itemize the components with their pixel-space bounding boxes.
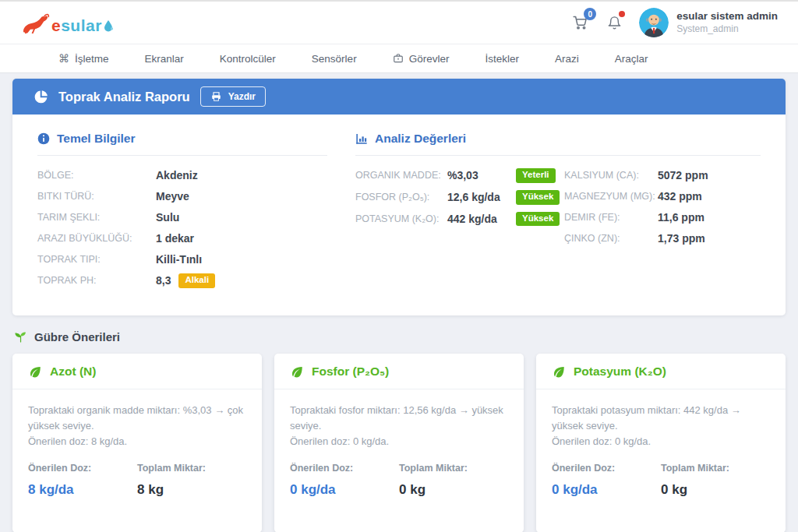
analysis-row-kalsiyum: KALSIYUM (CA): 5072 ppm (564, 168, 761, 182)
report-body: Temel Bilgiler BÖLGE: Akdeniz BITKI TÜRÜ… (12, 115, 786, 315)
nav-label: Görevler (409, 53, 450, 65)
analysis-label: ORGANIK MADDE: (355, 170, 447, 181)
nav-item-istekler[interactable]: İstekler (467, 44, 537, 72)
goat-logo-icon (20, 12, 50, 33)
page-content: Toprak Analiz Raporu Yazdır (0, 73, 798, 532)
nav-item-gorevler[interactable]: Görevler (375, 44, 468, 72)
print-button[interactable]: Yazdır (200, 86, 266, 107)
dose-label: Önerilen Doz: (28, 463, 137, 474)
brand-name-secondary: sular (61, 16, 102, 34)
total-value: 0 kg (399, 482, 508, 498)
info-row-arazi-buyuklugu: ARAZI BÜYÜKLÜĞÜ: 1 dekar (37, 231, 327, 245)
analysis-value: 432 ppm (658, 190, 702, 203)
info-value: Akdeniz (156, 169, 198, 181)
status-badge: Yüksek (516, 212, 560, 227)
dose-label: Önerilen Doz: (552, 463, 661, 474)
ph-status-badge: Alkali (178, 273, 215, 288)
dose-value: 0 kg/da (290, 482, 399, 498)
info-row-toprak-ph: TOPRAK PH: 8,3 Alkali (37, 273, 327, 288)
analysis-label: MAGNEZYUM (MG): (564, 191, 658, 202)
total-label: Toplam Miktar: (399, 463, 508, 474)
nav-item-isletme[interactable]: ⌘ İşletme (41, 44, 127, 72)
card-description-dose: Önerilen doz: 0 kg/da. (290, 434, 508, 449)
recommendations-title-row: Gübre Önerileri (14, 330, 784, 344)
analysis-value: 11,6 ppm (658, 211, 704, 224)
analysis-value: 12,6 kg/da (447, 191, 516, 203)
analysis-title: Analiz Değerleri (375, 132, 466, 146)
analysis-value: %3,03 (447, 169, 516, 181)
analysis-label: POTASYUM (K₂O): (355, 213, 447, 224)
info-label: TARIM ŞEKLI: (37, 212, 156, 223)
card-description-dose: Önerilen doz: 0 kg/da. (552, 434, 770, 449)
notification-dot (619, 11, 625, 17)
analysis-label: ÇINKO (ZN): (564, 233, 658, 244)
card-description: Topraktaki fosfor miktarı: 12,56 kg/da →… (290, 403, 508, 434)
bar-chart-icon (355, 132, 368, 145)
nav-label: Araçlar (615, 53, 648, 65)
leaf-icon (28, 365, 42, 379)
card-title: Azot (N) (50, 365, 96, 379)
info-label: TOPRAK TIPI: (37, 254, 156, 265)
recommendation-cards: Azot (N) Topraktaki organik madde miktar… (12, 354, 786, 532)
info-row-bitki-turu: BITKI TÜRÜ: Meyve (37, 189, 327, 203)
notifications-button[interactable] (605, 13, 623, 32)
card-potasyum: Potasyum (K₂O) Topraktaki potasyum mikta… (536, 354, 786, 532)
top-header: esular 0 (0, 0, 798, 44)
card-description: Topraktaki potasyum miktarı: 442 kg/da →… (552, 403, 770, 434)
card-description: Topraktaki organik madde miktarı: %3,03 … (28, 403, 246, 434)
print-button-label: Yazdır (228, 91, 256, 102)
user-menu[interactable]: esular sistem admin System_admin (639, 8, 778, 37)
bell-icon (607, 15, 622, 30)
analysis-section: Analiz Değerleri ORGANIK MADDE: %3,03 Ye… (355, 132, 761, 295)
card-title: Potasyum (K₂O) (574, 365, 666, 379)
info-row-tarim-sekli: TARIM ŞEKLI: Sulu (37, 210, 327, 224)
analysis-row-organik-madde: ORGANIK MADDE: %3,03 Yeterli (355, 168, 553, 183)
soil-report-card: Toprak Analiz Raporu Yazdır (12, 79, 786, 315)
nav-label: İstekler (485, 53, 519, 65)
nav-item-ekranlar[interactable]: Ekranlar (127, 44, 202, 72)
user-name: esular sistem admin (676, 10, 778, 23)
analysis-label: KALSIYUM (CA): (564, 170, 658, 181)
main-nav: ⌘ İşletme Ekranlar Kontrolcüler Sensörle… (0, 44, 798, 73)
nav-item-arazi[interactable]: Arazi (537, 44, 597, 72)
info-label: ARAZI BÜYÜKLÜĞÜ: (37, 233, 156, 244)
card-description-dose: Önerilen doz: 8 kg/da. (28, 434, 246, 449)
user-role: System_admin (676, 23, 778, 35)
card-title: Fosfor (P₂O₅) (312, 365, 389, 379)
brand-name-primary: e (51, 16, 61, 34)
brand-logo[interactable]: esular (20, 12, 113, 33)
printer-icon (210, 91, 222, 102)
cart-count-badge: 0 (584, 8, 596, 20)
report-header: Toprak Analiz Raporu Yazdır (12, 79, 786, 115)
info-row-toprak-tipi: TOPRAK TIPI: Killi-Tınlı (37, 252, 327, 266)
nav-item-sensorler[interactable]: Sensörler (294, 44, 375, 72)
info-label: TOPRAK PH: (37, 275, 156, 286)
briefcase-icon (393, 53, 404, 64)
report-title: Toprak Analiz Raporu (58, 90, 190, 104)
analysis-row-cinko: ÇINKO (ZN): 1,73 ppm (564, 231, 761, 245)
info-row-bolge: BÖLGE: Akdeniz (37, 168, 327, 182)
analysis-value: 1,73 ppm (658, 232, 705, 245)
avatar (639, 8, 669, 37)
analysis-label: FOSFOR (P₂O₅): (355, 192, 447, 203)
droplet-icon (104, 20, 113, 32)
leaf-icon (290, 365, 304, 379)
info-value: Killi-Tınlı (156, 253, 202, 266)
dose-value: 8 kg/da (28, 482, 137, 498)
nav-label: Kontrolcüler (220, 53, 276, 65)
nav-item-kontrolculer[interactable]: Kontrolcüler (202, 44, 294, 72)
info-value: Sulu (156, 211, 179, 224)
nav-label: Ekranlar (145, 53, 184, 65)
cart-button[interactable]: 0 (570, 13, 589, 32)
info-icon (37, 132, 50, 145)
analysis-row-demir: DEMIR (FE): 11,6 ppm (564, 210, 761, 224)
total-value: 0 kg (661, 482, 770, 498)
dose-value: 0 kg/da (552, 482, 661, 498)
card-azot: Azot (N) Topraktaki organik madde miktar… (12, 354, 262, 532)
analysis-row-magnezyum: MAGNEZYUM (MG): 432 ppm (564, 189, 761, 203)
nav-item-araclar[interactable]: Araçlar (597, 44, 666, 72)
nav-label: Sensörler (312, 53, 357, 65)
analysis-row-fosfor: FOSFOR (P₂O₅): 12,6 kg/da Yüksek (355, 190, 553, 205)
analysis-right-column: KALSIYUM (CA): 5072 ppm MAGNEZYUM (MG): … (564, 168, 761, 252)
info-label: BÖLGE: (37, 170, 156, 181)
